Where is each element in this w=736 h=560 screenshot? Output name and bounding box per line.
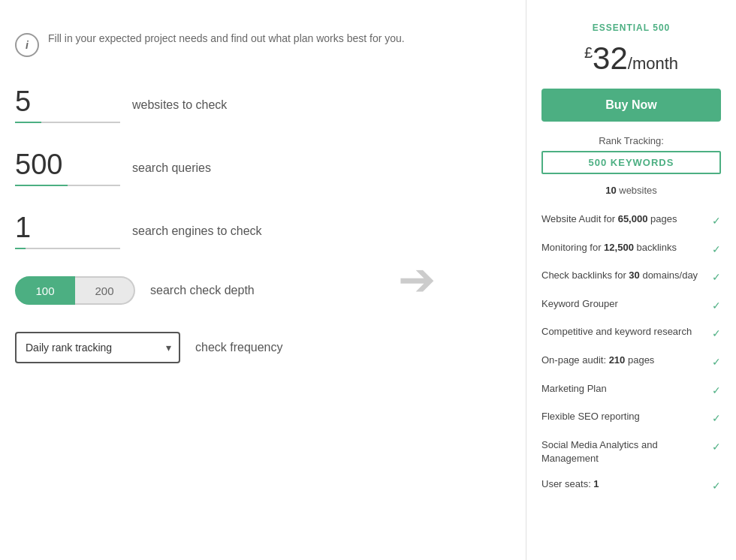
feature-keyword-grouper: Keyword Grouper ✓ bbox=[541, 291, 721, 320]
websites-track[interactable] bbox=[15, 122, 120, 123]
check-icon-website-audit: ✓ bbox=[712, 214, 721, 229]
feature-user-seats: User seats: 1 ✓ bbox=[541, 471, 721, 500]
feature-social-media: Social Media Analytics and Management ✓ bbox=[541, 432, 721, 471]
check-icon-seo-reporting: ✓ bbox=[712, 411, 721, 426]
queries-track[interactable] bbox=[15, 185, 120, 186]
engines-slider-row: 1 search engines to check bbox=[15, 213, 503, 249]
check-icon-marketing: ✓ bbox=[712, 384, 721, 399]
check-icon-onpage: ✓ bbox=[712, 355, 721, 370]
engines-slider-area: 1 bbox=[15, 213, 120, 249]
price-value: 32 bbox=[593, 41, 628, 76]
keywords-badge: 500 KEYWORDS bbox=[541, 151, 721, 174]
queries-fill bbox=[15, 185, 68, 186]
buy-now-button[interactable]: Buy Now bbox=[541, 89, 721, 122]
arrow-area: ➔ bbox=[398, 257, 436, 303]
websites-count: 10 websites bbox=[541, 185, 721, 196]
frequency-select[interactable]: Daily rank tracking Weekly rank tracking… bbox=[15, 332, 180, 363]
queries-slider-area: 500 bbox=[15, 150, 120, 186]
depth-200-button[interactable]: 200 bbox=[75, 276, 135, 305]
info-row: i Fill in your expected project needs an… bbox=[15, 30, 503, 57]
check-icon-user-seats: ✓ bbox=[712, 479, 721, 494]
plan-price: £32/month bbox=[541, 41, 721, 77]
feature-marketing-text: Marketing Plan bbox=[541, 382, 712, 396]
engines-fill bbox=[15, 248, 26, 249]
right-arrow-icon: ➔ bbox=[398, 257, 436, 303]
frequency-row: Daily rank tracking Weekly rank tracking… bbox=[15, 332, 503, 363]
queries-slider-row: 500 search queries bbox=[15, 150, 503, 186]
feature-onpage: On-page audit: 210 pages ✓ bbox=[541, 348, 721, 376]
feature-monitoring: Monitoring for 12,500 backlinks ✓ bbox=[541, 235, 721, 263]
feature-backlinks-text: Check backlinks for 30 domains/day bbox=[541, 269, 712, 282]
depth-options: 100 200 bbox=[15, 276, 135, 305]
check-icon-monitoring: ✓ bbox=[712, 242, 721, 257]
feature-user-seats-text: User seats: 1 bbox=[541, 477, 712, 491]
websites-slider-row: 5 websites to check bbox=[15, 87, 503, 123]
check-icon-social-media: ✓ bbox=[712, 440, 721, 455]
price-period: /month bbox=[628, 54, 678, 73]
engines-value: 1 bbox=[15, 213, 120, 242]
main-layout: i Fill in your expected project needs an… bbox=[0, 0, 736, 560]
info-icon: i bbox=[15, 33, 39, 57]
feature-list: Website Audit for 65,000 pages ✓ Monitor… bbox=[541, 206, 721, 500]
websites-value: 5 bbox=[15, 87, 120, 116]
depth-100-button[interactable]: 100 bbox=[15, 276, 75, 305]
websites-slider-area: 5 bbox=[15, 87, 120, 123]
feature-seo-reporting: Flexible SEO reporting ✓ bbox=[541, 404, 721, 432]
check-icon-backlinks: ✓ bbox=[712, 270, 721, 285]
feature-seo-reporting-text: Flexible SEO reporting bbox=[541, 410, 712, 423]
feature-website-audit-text: Website Audit for 65,000 pages bbox=[541, 212, 712, 226]
frequency-select-wrapper: Daily rank tracking Weekly rank tracking… bbox=[15, 332, 180, 363]
websites-count-suffix: websites bbox=[617, 185, 657, 196]
info-description: Fill in your expected project needs and … bbox=[48, 30, 405, 47]
websites-count-value: 10 bbox=[605, 185, 616, 196]
right-panel: ESSENTIAL 500 £32/month Buy Now Rank Tra… bbox=[526, 0, 736, 560]
feature-monitoring-text: Monitoring for 12,500 backlinks bbox=[541, 241, 712, 254]
frequency-label: check frequency bbox=[195, 341, 283, 354]
websites-fill bbox=[15, 122, 41, 123]
engines-label: search engines to check bbox=[132, 224, 262, 238]
feature-marketing: Marketing Plan ✓ bbox=[541, 376, 721, 405]
feature-social-media-text: Social Media Analytics and Management bbox=[541, 438, 712, 465]
feature-competitive: Competitive and keyword research ✓ bbox=[541, 319, 721, 348]
feature-onpage-text: On-page audit: 210 pages bbox=[541, 354, 712, 367]
rank-tracking-label: Rank Tracking: bbox=[541, 135, 721, 146]
depth-label: search check depth bbox=[150, 284, 255, 297]
feature-backlinks: Check backlinks for 30 domains/day ✓ bbox=[541, 263, 721, 291]
check-icon-competitive: ✓ bbox=[712, 327, 721, 342]
engines-track[interactable] bbox=[15, 248, 120, 249]
feature-competitive-text: Competitive and keyword research bbox=[541, 325, 712, 339]
left-panel: i Fill in your expected project needs an… bbox=[0, 0, 526, 560]
feature-keyword-grouper-text: Keyword Grouper bbox=[541, 297, 712, 311]
plan-name: ESSENTIAL 500 bbox=[541, 23, 721, 33]
info-icon-letter: i bbox=[26, 39, 29, 51]
currency-symbol: £ bbox=[584, 44, 593, 61]
feature-website-audit: Website Audit for 65,000 pages ✓ bbox=[541, 206, 721, 235]
queries-label: search queries bbox=[132, 161, 211, 175]
check-icon-keyword-grouper: ✓ bbox=[712, 299, 721, 314]
queries-value: 500 bbox=[15, 150, 120, 179]
websites-label: websites to check bbox=[132, 98, 227, 112]
